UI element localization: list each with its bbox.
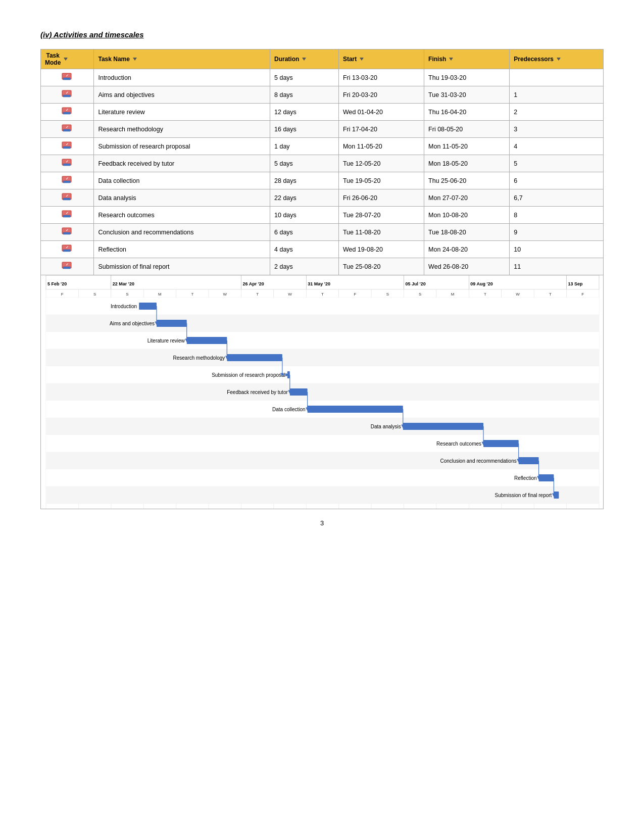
- task-mode-cell: ✓: [41, 224, 94, 241]
- svg-text:✓: ✓: [66, 142, 69, 146]
- task-mode-icon: ✓: [62, 89, 73, 99]
- task-mode-cell: ✓: [41, 104, 94, 121]
- svg-text:Submission of research proposa: Submission of research proposal: [212, 372, 285, 378]
- task-finish-cell: Thu 25-06-20: [424, 172, 510, 189]
- svg-text:S: S: [386, 292, 389, 297]
- svg-rect-125: [290, 388, 308, 396]
- task-duration-cell: 1 day: [270, 138, 339, 155]
- svg-text:09 Aug '20: 09 Aug '20: [470, 281, 492, 286]
- task-finish-cell: Mon 11-05-20: [424, 138, 510, 155]
- sort-arrow-duration: [302, 58, 306, 61]
- task-start-cell: Fri 20-03-20: [338, 86, 424, 104]
- task-name-cell: Feedback received by tutor: [94, 155, 270, 172]
- sort-arrow-task-mode: [64, 58, 68, 61]
- task-mode-cell: ✓: [41, 138, 94, 155]
- task-name-cell: Submission of final report: [94, 258, 270, 275]
- task-mode-cell: ✓: [41, 189, 94, 207]
- task-pred-cell: 5: [510, 155, 604, 172]
- task-pred-cell: 6,7: [510, 189, 604, 207]
- svg-text:Literature review: Literature review: [147, 338, 185, 344]
- svg-rect-7: [63, 112, 70, 114]
- col-header-task-mode[interactable]: Task Mode: [41, 50, 94, 69]
- task-duration-cell: 2 days: [270, 258, 339, 275]
- task-duration-cell: 12 days: [270, 104, 339, 121]
- sort-arrow-task-name: [133, 58, 137, 61]
- svg-text:31 May '20: 31 May '20: [308, 281, 330, 286]
- svg-text:✓: ✓: [66, 160, 69, 163]
- svg-text:Research methodology: Research methodology: [173, 355, 225, 361]
- col-label-finish: Finish: [428, 56, 446, 63]
- svg-text:✓: ✓: [66, 228, 69, 232]
- svg-text:5 Feb '20: 5 Feb '20: [47, 281, 67, 286]
- task-start-cell: Fri 13-03-20: [338, 69, 424, 86]
- task-start-cell: Tue 25-08-20: [338, 258, 424, 275]
- col-header-duration[interactable]: Duration: [270, 50, 339, 69]
- svg-text:M: M: [158, 292, 162, 297]
- table-row: ✓ Aims and objectives8 daysFri 20-03-20T…: [41, 86, 604, 104]
- svg-text:F: F: [61, 292, 64, 297]
- table-row: ✓ Conclusion and recommendations6 daysTu…: [41, 224, 604, 241]
- table-row: ✓ Data analysis22 daysFri 26-06-20Mon 27…: [41, 189, 604, 207]
- svg-text:✓: ✓: [66, 125, 69, 129]
- task-duration-cell: 4 days: [270, 241, 339, 258]
- task-pred-cell: 1: [510, 86, 604, 104]
- svg-rect-121: [287, 371, 290, 378]
- task-mode-cell: ✓: [41, 121, 94, 138]
- svg-text:Introduction: Introduction: [111, 304, 137, 309]
- svg-text:13 Sep: 13 Sep: [568, 281, 583, 286]
- table-row: ✓ Feedback received by tutor5 daysTue 12…: [41, 155, 604, 172]
- svg-rect-16: [63, 164, 70, 166]
- svg-text:W: W: [516, 292, 520, 297]
- task-pred-cell: 3: [510, 121, 604, 138]
- task-finish-cell: Tue 31-03-20: [424, 86, 510, 104]
- task-mode-icon: ✓: [62, 227, 73, 236]
- col-header-task-name[interactable]: Task Name: [94, 50, 270, 69]
- table-row: ✓ Research methodology16 daysFri 17-04-2…: [41, 121, 604, 138]
- task-pred-cell: 2: [510, 104, 604, 121]
- task-name-cell: Literature review: [94, 104, 270, 121]
- svg-rect-25: [63, 215, 70, 217]
- task-finish-cell: Mon 18-05-20: [424, 155, 510, 172]
- table-row: ✓ Reflection4 daysWed 19-08-20Mon 24-08-…: [41, 241, 604, 258]
- table-row: ✓ Literature review12 daysWed 01-04-20Th…: [41, 104, 604, 121]
- task-mode-icon: ✓: [62, 72, 73, 81]
- svg-text:F: F: [354, 292, 356, 297]
- svg-text:Data collection: Data collection: [272, 407, 306, 412]
- col-label-task-name: Task Name: [98, 56, 129, 63]
- svg-text:T: T: [549, 292, 552, 297]
- task-name-cell: Conclusion and recommendations: [94, 224, 270, 241]
- section-title: (iv) Activities and timescales: [40, 30, 604, 39]
- task-mode-icon: ✓: [62, 175, 73, 184]
- sort-arrow-predecessors: [557, 58, 561, 61]
- svg-rect-137: [483, 440, 519, 447]
- svg-text:✓: ✓: [66, 263, 69, 266]
- svg-text:S: S: [126, 292, 128, 297]
- svg-rect-113: [187, 337, 227, 344]
- task-start-cell: Tue 28-07-20: [338, 207, 424, 224]
- svg-rect-117: [227, 354, 282, 361]
- table-row: ✓ Submission of research proposal1 dayMo…: [41, 138, 604, 155]
- task-duration-cell: 16 days: [270, 121, 339, 138]
- svg-text:T: T: [256, 292, 259, 297]
- svg-text:Data analysis: Data analysis: [371, 424, 401, 429]
- col-header-predecessors[interactable]: Predecessors: [510, 50, 604, 69]
- svg-rect-4: [63, 95, 70, 97]
- svg-text:T: T: [321, 292, 324, 297]
- col-header-finish[interactable]: Finish: [424, 50, 510, 69]
- svg-rect-119: [46, 366, 599, 383]
- col-label-predecessors: Predecessors: [514, 56, 554, 63]
- svg-rect-149: [554, 492, 559, 499]
- svg-text:✓: ✓: [66, 194, 69, 198]
- task-finish-cell: Thu 19-03-20: [424, 69, 510, 86]
- task-mode-cell: ✓: [41, 86, 94, 104]
- svg-rect-31: [63, 250, 70, 252]
- svg-text:✓: ✓: [66, 74, 69, 77]
- svg-rect-28: [63, 232, 70, 234]
- col-label-start: Start: [343, 56, 357, 63]
- task-pred-cell: 10: [510, 241, 604, 258]
- task-start-cell: Tue 11-08-20: [338, 224, 424, 241]
- task-mode-cell: ✓: [41, 241, 94, 258]
- svg-text:Submission of final report: Submission of final report: [495, 493, 552, 498]
- task-mode-cell: ✓: [41, 258, 94, 275]
- col-header-start[interactable]: Start: [338, 50, 424, 69]
